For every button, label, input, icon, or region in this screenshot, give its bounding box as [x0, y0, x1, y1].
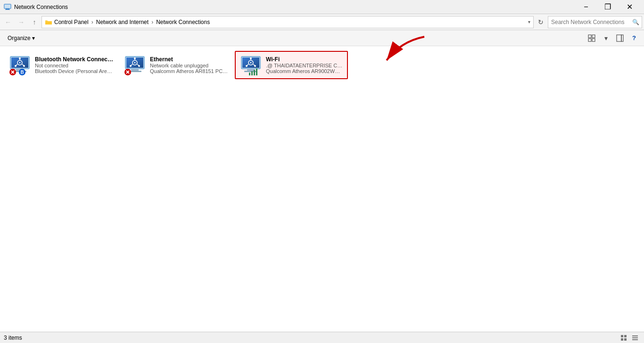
titlebar-left: Network Connections: [4, 3, 68, 11]
minimize-button[interactable]: −: [575, 0, 597, 14]
wifi-icon-wrapper: [239, 54, 262, 76]
organize-arrow: ▾: [32, 35, 35, 41]
svg-point-36: [134, 57, 136, 59]
svg-rect-6: [588, 39, 591, 41]
ethernet-item-text: Ethernet Network cable unplugged Qualcom…: [150, 56, 229, 74]
svg-point-18: [19, 57, 21, 59]
path-dropdown-arrow[interactable]: ▾: [528, 19, 530, 24]
refresh-button[interactable]: ↻: [535, 16, 547, 28]
svg-rect-60: [621, 338, 623, 341]
ethernet-device: Qualcomm Atheros AR8151 PCI-E...: [150, 68, 229, 74]
svg-rect-7: [592, 39, 595, 41]
details-pane-button[interactable]: [614, 32, 626, 44]
folder-icon: [45, 18, 52, 26]
back-button[interactable]: ←: [2, 16, 14, 28]
status-right: [619, 333, 640, 343]
restore-button[interactable]: ❐: [597, 0, 619, 14]
titlebar-title: Network Connections: [14, 4, 68, 10]
svg-rect-5: [592, 35, 595, 38]
bluetooth-name: Bluetooth Network Connection: [35, 56, 114, 63]
status-list-view-button[interactable]: [619, 333, 629, 343]
pane-icon: [616, 34, 624, 42]
change-view-button[interactable]: ▾: [600, 32, 612, 44]
svg-point-56: [254, 65, 256, 67]
grid-icon: [588, 34, 595, 42]
list-item[interactable]: Wi-Fi .@ THAIDATAENTERPRISE CO.,LT... Qu…: [235, 51, 348, 79]
svg-point-52: [250, 57, 252, 59]
organize-button[interactable]: Organize ▾: [4, 32, 39, 44]
toolbar: Organize ▾ ▾ ?: [0, 30, 644, 46]
wifi-device: Qualcomm Atheros AR9002WB-1...: [266, 68, 343, 74]
view-options-button[interactable]: [586, 32, 598, 44]
search-box-wrapper: 🔍: [548, 16, 642, 28]
svg-point-40: [138, 65, 140, 67]
path-part-2: Network and Internet: [96, 19, 149, 25]
path-sep-2: ›: [151, 19, 153, 25]
path-sep-1: ›: [91, 19, 93, 25]
statusbar: 3 items: [0, 332, 644, 343]
svg-rect-59: [624, 335, 627, 337]
svg-rect-1: [6, 8, 9, 9]
path-part-1: Control Panel: [54, 19, 89, 25]
path-part-3: Network Connections: [156, 19, 210, 25]
content-area: B Bluetooth Network Connection Not conne…: [0, 46, 644, 332]
organize-label: Organize: [8, 35, 31, 41]
svg-rect-62: [632, 335, 638, 336]
address-path[interactable]: Control Panel › Network and Internet › N…: [41, 16, 534, 28]
svg-point-50: [250, 62, 252, 64]
svg-rect-8: [617, 35, 621, 41]
bluetooth-status: Not connected: [35, 63, 114, 68]
bluetooth-icon-wrapper: B: [8, 54, 31, 76]
list-item[interactable]: Ethernet Network cable unplugged Qualcom…: [120, 51, 233, 79]
titlebar: Network Connections − ❐ ✕: [0, 0, 644, 14]
window-icon: [4, 3, 11, 11]
bluetooth-icon: B: [18, 68, 26, 76]
svg-point-38: [130, 65, 132, 67]
svg-point-34: [134, 62, 136, 64]
wifi-status: .@ THAIDATAENTERPRISE CO.,LT...: [266, 63, 343, 68]
titlebar-controls: − ❐ ✕: [575, 0, 640, 14]
svg-point-20: [15, 65, 17, 67]
wifi-signal-icon: [249, 68, 257, 76]
svg-rect-64: [632, 339, 638, 340]
ethernet-status: Network cable unplugged: [150, 63, 229, 68]
svg-rect-2: [5, 9, 10, 10]
ethernet-error-icon: [124, 68, 132, 76]
svg-rect-31: [131, 69, 139, 71]
svg-rect-63: [632, 337, 638, 338]
addressbar: ← → ↑ Control Panel › Network and Intern…: [0, 14, 644, 30]
svg-point-16: [19, 62, 21, 64]
bluetooth-item-text: Bluetooth Network Connection Not connect…: [35, 56, 114, 74]
search-input[interactable]: [548, 16, 642, 28]
up-button[interactable]: ↑: [28, 16, 41, 28]
wifi-item-text: Wi-Fi .@ THAIDATAENTERPRISE CO.,LT... Qu…: [266, 56, 343, 74]
svg-rect-58: [621, 335, 623, 337]
svg-point-54: [246, 65, 248, 67]
status-details-view-button[interactable]: [630, 333, 640, 343]
forward-button[interactable]: →: [15, 16, 27, 28]
ethernet-name: Ethernet: [150, 56, 229, 63]
svg-rect-4: [588, 35, 591, 38]
svg-point-22: [23, 65, 25, 67]
svg-rect-3: [4, 4, 11, 8]
bluetooth-device: Bluetooth Device (Personal Area ...: [35, 68, 114, 74]
wifi-name: Wi-Fi: [266, 56, 343, 63]
list-item[interactable]: B Bluetooth Network Connection Not conne…: [5, 51, 118, 79]
help-button[interactable]: ?: [628, 32, 640, 44]
status-text: 3 items: [4, 335, 22, 341]
ethernet-icon-wrapper: [124, 54, 146, 76]
svg-rect-9: [621, 35, 623, 41]
error-icon: [8, 68, 17, 76]
svg-text:B: B: [20, 70, 24, 75]
svg-rect-61: [624, 338, 627, 341]
close-button[interactable]: ✕: [619, 0, 640, 14]
